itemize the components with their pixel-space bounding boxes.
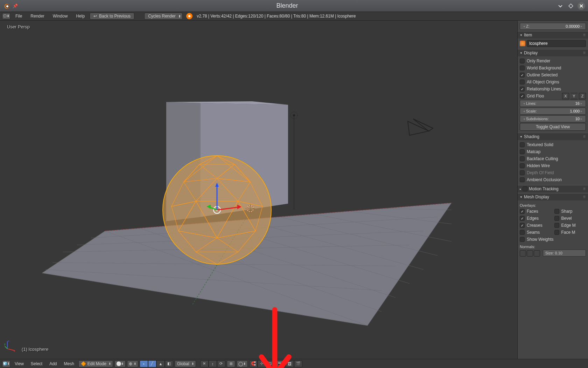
maximize-icon[interactable] [567, 2, 575, 10]
view3d-header: 🧊⬍ View Select Add Mesh 🔶Edit Mode ⚪ ⊕ ▪… [0, 359, 588, 368]
grid-scale-field[interactable]: ◂Scale:1.000▸ [520, 108, 586, 115]
titlebar: 📌 Blender [0, 0, 588, 12]
orientation-select[interactable]: Global [175, 360, 196, 367]
camera-icon [408, 119, 433, 135]
grid-floor-check[interactable]: Grid Floo [520, 93, 561, 99]
object-name-input[interactable]: Icosphere [527, 40, 586, 47]
backface-culling-check[interactable]: Backface Culling [520, 156, 586, 162]
select-mode-group: ▪ ╱ ▲ ◧ [140, 360, 173, 367]
back-arrow-icon: ↩ [93, 14, 97, 19]
editor-type-3dview-icon[interactable]: 🧊⬍ [2, 360, 10, 367]
axis-x-toggle[interactable]: X [562, 93, 569, 99]
show-weights-check[interactable]: Show Weights [520, 236, 586, 243]
manipulator-toggle[interactable]: ⤧ [200, 360, 209, 367]
editor-type-icon[interactable]: ⓘ⬍ [2, 13, 10, 19]
menu-render[interactable]: Render [27, 13, 48, 19]
world-bg-check[interactable]: World Background [520, 65, 586, 71]
proportional-select[interactable]: ◯ [237, 360, 248, 367]
overlay-edges-check[interactable]: Edges [520, 215, 552, 222]
lamp-icon [290, 112, 298, 210]
window-title: Blender [18, 2, 556, 9]
select-menu[interactable]: Select [28, 361, 45, 366]
info-header: ⓘ⬍ File Render Window Help ↩ Back to Pre… [0, 12, 588, 21]
opengl-render-icon[interactable]: 📷 [276, 360, 284, 367]
face-select-toggle[interactable]: ▲ [156, 360, 165, 367]
overlay-faces-check[interactable]: Faces [520, 208, 552, 214]
normal-loop-icon[interactable] [527, 250, 533, 257]
overlay-sharp-check[interactable]: Sharp [554, 208, 586, 214]
minimize-icon[interactable] [556, 2, 564, 10]
hidden-wire-check[interactable]: Hidden Wire [520, 163, 586, 169]
close-icon[interactable] [578, 2, 585, 10]
translate-manipulator-toggle[interactable]: ↕ [209, 360, 217, 367]
render-anim-icon[interactable]: 🎬 [294, 360, 302, 367]
toggle-quad-view-button[interactable]: Toggle Quad View [520, 123, 586, 131]
engine-label: Cycles Render [148, 14, 176, 19]
normal-vertex-icon[interactable] [520, 250, 526, 257]
outline-selected-check[interactable]: Outline Selected [520, 72, 586, 78]
menu-window[interactable]: Window [49, 13, 71, 19]
normal-face-icon[interactable] [534, 250, 540, 257]
edge-select-toggle[interactable]: ╱ [148, 360, 156, 367]
limit-selection-toggle[interactable]: ◧ [165, 360, 173, 367]
normals-label: Normals: [520, 245, 586, 249]
overlay-creases-check[interactable]: Creases [520, 222, 552, 229]
canvas-3d [0, 21, 517, 359]
svg-text:y: y [4, 342, 6, 346]
svg-text:x: x [14, 349, 15, 352]
layers-icon[interactable]: ⊞ [227, 360, 235, 367]
active-object-label: (1) Icosphere [22, 347, 49, 352]
snap-toggle[interactable]: 🧲 [249, 360, 258, 367]
ao-check[interactable]: Ambient Occlusion [520, 177, 586, 183]
back-to-previous-button[interactable]: ↩ Back to Previous [90, 13, 134, 20]
mesh-icon [520, 41, 525, 46]
render-engine-select[interactable]: Cycles Render [144, 13, 183, 20]
transform-z-field[interactable]: ◂Z: 0.00000▸ [520, 23, 586, 30]
blender-logo-icon [186, 13, 192, 19]
pivot-icon: ⊕ [129, 361, 132, 366]
render-image-icon[interactable]: 🖼 [286, 360, 294, 367]
menu-help[interactable]: Help [72, 13, 88, 19]
mesh-menu[interactable]: Mesh [61, 361, 77, 366]
snap-target-toggle[interactable]: ⊡ [266, 360, 274, 367]
mesh-display-header[interactable]: ▼Mesh Display⠿ [518, 193, 588, 200]
pin-icon[interactable]: 📌 [13, 4, 18, 8]
textured-solid-check[interactable]: Textured Solid [520, 142, 586, 148]
item-panel-header[interactable]: ▼Item⠿ [518, 31, 588, 39]
pivot-select[interactable]: ⊕ [127, 360, 138, 367]
proportional-icon: ◯ [238, 361, 243, 366]
mode-select[interactable]: 🔶Edit Mode [78, 360, 113, 367]
relationship-lines-check[interactable]: Relationship Lines [520, 86, 586, 92]
rotate-manipulator-toggle[interactable]: ⟳ [217, 360, 225, 367]
manipulator-group: ⤧ ↕ ⟳ [200, 360, 225, 367]
all-origins-check[interactable]: All Object Origins [520, 79, 586, 85]
shading-select[interactable]: ⚪ [114, 360, 126, 367]
axis-y-toggle[interactable]: Y [570, 93, 578, 99]
properties-panel[interactable]: ◂Z: 0.00000▸ ▼Item⠿ Icosphere ▼Display⠿ … [517, 21, 588, 359]
shading-panel-header[interactable]: ▼Shading⠿ [518, 133, 588, 140]
overlay-seams-check[interactable]: Seams [520, 229, 552, 236]
grid-subdiv-field[interactable]: ◂Subdivisions:10▸ [520, 115, 586, 122]
motion-tracking-header[interactable]: ▸Motion Tracking⠿ [518, 185, 588, 192]
overlay-bevel-check[interactable]: Bevel [554, 215, 586, 222]
snap-increment-toggle[interactable]: ⊹ [258, 360, 266, 367]
only-render-check[interactable]: Only Render [520, 58, 586, 64]
add-menu[interactable]: Add [47, 361, 59, 366]
svg-text:z: z [8, 339, 9, 342]
view-menu[interactable]: View [12, 361, 27, 366]
sphere-icon: ⚪ [116, 361, 121, 366]
normal-size-field[interactable]: Size: 0.10 [543, 250, 586, 257]
grid-lines-field[interactable]: ◂Lines:16▸ [520, 100, 586, 107]
viewport-3d[interactable]: User Persp [0, 21, 517, 359]
matcap-check[interactable]: Matcap [520, 149, 586, 155]
overlay-facem-check[interactable]: Face M [554, 229, 586, 236]
axis-gizmo-icon: z x y [4, 339, 17, 352]
edit-mode-icon: 🔶 [81, 361, 86, 366]
menu-file[interactable]: File [12, 13, 26, 19]
overlay-edgem-check[interactable]: Edge M [554, 222, 586, 229]
display-panel-header[interactable]: ▼Display⠿ [518, 49, 588, 56]
vertex-select-toggle[interactable]: ▪ [140, 360, 148, 367]
overlays-label: Overlays: [520, 203, 586, 207]
back-label: Back to Previous [99, 14, 131, 19]
axis-z-toggle[interactable]: Z [579, 93, 586, 99]
